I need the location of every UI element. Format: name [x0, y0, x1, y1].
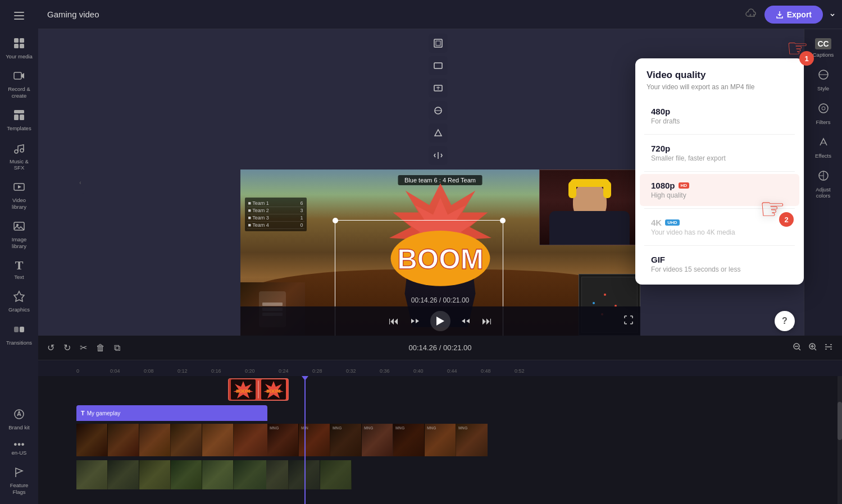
- quality-desc-720p: Smaller file, faster export: [651, 154, 788, 162]
- shape-tool[interactable]: [429, 123, 448, 143]
- sidebar-item-your-media[interactable]: Your media: [2, 33, 36, 64]
- export-dropdown-arrow[interactable]: [830, 10, 833, 20]
- quality-name-gif: GIF: [651, 255, 788, 264]
- svg-point-12: [20, 149, 24, 152]
- edit-toolbar: [424, 29, 452, 169]
- timeline-scrollbar-thumb[interactable]: [838, 402, 842, 440]
- quality-option-480p[interactable]: 480p For drafts: [640, 100, 799, 132]
- player-stats: ■ Team 16 ■ Team 23 ■ Team 31 ■ Team 40: [245, 198, 307, 231]
- right-panel-label: Captions: [813, 52, 834, 58]
- boom-thumb-1: BOOM: [231, 379, 256, 400]
- sidebar-item-video-library[interactable]: Video library: [2, 176, 36, 214]
- ruler-mark: 0:04: [110, 368, 144, 374]
- sidebar-item-label: Music & SFX: [4, 158, 34, 171]
- collapse-panel-button[interactable]: ‹: [76, 171, 84, 194]
- quality-option-gif[interactable]: GIF For videos 15 seconds or less: [640, 248, 799, 280]
- gameplay-label-text: My gameplay: [87, 410, 120, 416]
- video-strip-1[interactable]: MNG MIN MNG MNG MNG MNG MNG: [76, 424, 842, 456]
- sidebar-item-label: Image library: [4, 236, 34, 249]
- skip-end-button[interactable]: ⏭: [482, 315, 492, 327]
- help-button[interactable]: ?: [775, 311, 795, 331]
- topbar: Gaming video Export: [38, 0, 842, 29]
- frame-tool[interactable]: [429, 79, 448, 98]
- timeline-area: ↺ ↻ ✂ 🗑 ⧉ 00:14.26 / 00:21.00: [38, 336, 842, 504]
- right-panel-effects[interactable]: Effects: [807, 132, 840, 163]
- delete-button[interactable]: 🗑: [94, 341, 107, 355]
- sidebar-item-graphics[interactable]: Graphics: [2, 286, 36, 317]
- duplicate-button[interactable]: ⧉: [112, 341, 122, 355]
- right-panel-captions[interactable]: CC Captions: [807, 34, 840, 62]
- right-panel: CC Captions Style: [804, 29, 842, 336]
- video-strip-2b[interactable]: [266, 460, 842, 489]
- sidebar-item-image-library[interactable]: Image library: [2, 216, 36, 254]
- sidebar: Your media Record & create Templates: [0, 0, 38, 504]
- quality-divider: [644, 134, 795, 135]
- right-panel-label: Filters: [816, 119, 831, 125]
- fullscreen-button[interactable]: [623, 315, 634, 327]
- export-button[interactable]: Export: [764, 6, 823, 24]
- stat-row: ■ Team 31: [247, 214, 304, 222]
- sidebar-item-label: en-US: [12, 450, 27, 456]
- tracks-container: BOOM BOOM: [38, 376, 842, 504]
- zoom-in-button[interactable]: [806, 340, 820, 356]
- timeline-scrollbar[interactable]: [838, 376, 842, 504]
- style-icon: [818, 69, 829, 83]
- ruler-mark: 0:08: [144, 368, 177, 374]
- right-panel-adjust-colors[interactable]: Adjust colors: [807, 166, 840, 203]
- svg-rect-2: [14, 19, 24, 20]
- skip-start-button[interactable]: ⏮: [389, 315, 399, 327]
- right-panel-filters[interactable]: Filters: [807, 98, 840, 130]
- quality-desc-gif: For videos 15 seconds or less: [651, 265, 788, 273]
- stat-row: ■ Team 40: [247, 222, 304, 229]
- crop-tool[interactable]: [429, 34, 448, 53]
- ruler-mark: 0:20: [245, 368, 279, 374]
- svg-point-33: [822, 107, 825, 110]
- language-icon: ●●●: [13, 441, 25, 447]
- svg-rect-3: [14, 38, 19, 43]
- sidebar-item-transitions[interactable]: Transitions: [2, 319, 36, 350]
- sidebar-item-text[interactable]: T Text: [2, 255, 36, 285]
- sidebar-item-brand-kit[interactable]: Brand kit: [2, 404, 36, 435]
- rewind-button[interactable]: [409, 315, 420, 327]
- music-icon: [13, 142, 25, 156]
- quality-option-720p[interactable]: 720p Smaller file, faster export: [640, 137, 799, 169]
- filters-icon: [818, 103, 829, 117]
- sidebar-item-templates[interactable]: Templates: [2, 104, 36, 136]
- sidebar-item-label: Brand kit: [8, 424, 30, 430]
- sidebar-item-music[interactable]: Music & SFX: [2, 138, 36, 176]
- hd-badge: HD: [679, 182, 690, 189]
- quality-name-720p: 720p: [651, 144, 788, 153]
- preview-container: Blue team 6 : 4 Red Team ■ Team 16 ■ Tea…: [240, 169, 640, 336]
- ruler-mark: 0:40: [413, 368, 447, 374]
- fit-timeline-button[interactable]: [822, 340, 835, 356]
- boom-clip[interactable]: BOOM BOOM: [228, 378, 289, 401]
- mask-tool[interactable]: [429, 101, 448, 120]
- cut-button[interactable]: ✂: [78, 340, 89, 355]
- forward-button[interactable]: [461, 315, 472, 327]
- brand-kit-icon: [13, 408, 25, 422]
- flip-tool[interactable]: [429, 146, 448, 165]
- undo-button[interactable]: ↺: [45, 340, 57, 355]
- sidebar-item-feature-flags[interactable]: Feature Flags: [2, 461, 36, 500]
- redo-button[interactable]: ↻: [61, 340, 73, 355]
- quality-divider: [644, 171, 795, 172]
- hamburger-button[interactable]: [8, 4, 30, 27]
- select-tool[interactable]: [429, 56, 448, 75]
- play-button[interactable]: [430, 311, 450, 331]
- sidebar-item-record[interactable]: Record & create: [2, 65, 36, 103]
- main-content: Gaming video Export ‹: [38, 0, 842, 504]
- sidebar-item-language[interactable]: ●●● en-US: [2, 437, 36, 460]
- video-strip-2[interactable]: [76, 460, 266, 489]
- zoom-out-button[interactable]: [790, 340, 804, 356]
- sidebar-item-label: Your media: [6, 53, 33, 59]
- right-panel-style[interactable]: Style: [807, 65, 840, 96]
- right-panel-label: Adjust colors: [809, 186, 838, 199]
- sidebar-item-label: Text: [14, 274, 24, 280]
- gameplay-label-clip[interactable]: T My gameplay: [76, 405, 267, 421]
- ruler-mark: 0:12: [177, 368, 211, 374]
- ruler-mark: 0:32: [346, 368, 380, 374]
- time-display: 00:14.26 / 00:21.00: [411, 296, 469, 304]
- cloud-save-icon: [745, 8, 758, 20]
- video-library-icon: [13, 181, 25, 195]
- svg-text:BOOM: BOOM: [397, 244, 484, 274]
